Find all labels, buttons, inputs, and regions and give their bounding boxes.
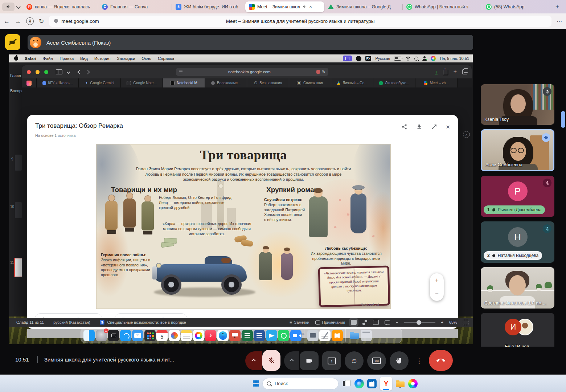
new-tab-button[interactable]: + [553, 2, 562, 12]
dock-activity[interactable] [169, 330, 180, 341]
fullscreen-icon[interactable] [463, 320, 468, 325]
safari-tab[interactable]: Линия обуче... [373, 78, 415, 87]
status-app-icon[interactable] [356, 56, 361, 61]
dock-screenshot[interactable] [307, 330, 319, 341]
zoom-in-button[interactable]: + [435, 277, 439, 284]
browser-tab-whatsapp-web[interactable]: WhatsApp | Бесплатный з [403, 1, 482, 12]
dock-photo-booth[interactable] [108, 330, 119, 341]
edge-icon[interactable] [354, 379, 364, 388]
close-icon[interactable]: × [446, 124, 450, 130]
dock-trash[interactable] [361, 330, 372, 341]
slide-thumbnail[interactable] [15, 202, 22, 218]
presentation-paused-badge[interactable] [5, 34, 20, 50]
search-input[interactable] [274, 380, 326, 387]
back-button[interactable]: ← [4, 18, 10, 25]
dock-safari[interactable] [217, 330, 229, 341]
safari-tab[interactable]: Google Note... [121, 78, 163, 87]
browser-swirl-icon[interactable] [408, 379, 418, 388]
downloads-icon[interactable]: ↓ [435, 70, 438, 74]
participant-tile-svetlana[interactable]: Светлана Филатова ШЛ им.... [481, 267, 554, 309]
zoom-window-button[interactable] [44, 70, 48, 74]
captions-button[interactable]: CC [367, 351, 386, 370]
forward-icon[interactable] [85, 70, 90, 74]
apple-icon[interactable] [14, 56, 18, 61]
menu-clock[interactable]: Пн, 5 янв. 10:51 [440, 56, 469, 61]
wifi-icon[interactable] [405, 57, 410, 61]
menu-help[interactable]: Справка [158, 56, 174, 61]
slide-number[interactable]: 11 [10, 261, 14, 265]
slide-number[interactable]: 10 [10, 205, 14, 209]
accessibility-status[interactable]: ♿Специальные возможности: все в порядке [100, 320, 186, 325]
zoom-out-button[interactable]: − [435, 290, 439, 298]
new-tab-icon[interactable]: + [454, 69, 457, 75]
participant-tile-asem[interactable]: Асем Сембыевна [481, 129, 554, 171]
control-center-icon[interactable] [431, 56, 436, 61]
reactions-button[interactable]: ☺ [345, 351, 364, 370]
safari-address-field[interactable]: notebooklm.google.com ↻ [176, 68, 328, 76]
mic-options-chevron[interactable] [245, 351, 262, 370]
screen-sharing-icon[interactable] [343, 56, 352, 61]
close-window-button[interactable] [27, 70, 31, 74]
chevron-down-icon[interactable] [16, 4, 21, 9]
dock-zoom[interactable] [290, 330, 302, 341]
dock-word[interactable] [254, 330, 265, 341]
dock-notes[interactable] [181, 330, 192, 341]
close-tab-icon[interactable]: × [309, 4, 312, 9]
pinned-tab[interactable] [22, 78, 37, 87]
url-field[interactable]: meet.google.com Meet – Зимняя школа для … [49, 16, 551, 27]
dock-textedit[interactable] [319, 330, 331, 341]
share-icon[interactable] [401, 124, 407, 130]
panel-close-icon[interactable]: × [463, 131, 470, 138]
menu-edit[interactable]: Правка [60, 56, 74, 61]
notes-button[interactable]: ≡Заметки [290, 320, 309, 324]
menu-safari[interactable]: Safari [25, 56, 36, 61]
zoom-slider[interactable] [404, 322, 435, 323]
safari-tab[interactable]: ∅Без названия [247, 78, 289, 87]
dock-launchpad[interactable] [144, 330, 156, 341]
spotlight-icon[interactable] [414, 57, 418, 61]
participant-tile-natalia[interactable]: Н 2 Наталья Выходцева [481, 221, 554, 263]
yandex-search-icon[interactable]: Я [26, 17, 34, 25]
browser-menu-icon[interactable]: ⋯ [557, 18, 562, 25]
zoom-level[interactable]: 65% [449, 320, 457, 324]
browser-tab-whatsapp[interactable]: (58) WhatsApp [482, 1, 547, 12]
file-explorer-icon[interactable] [395, 379, 405, 388]
zoom-widget[interactable]: + − [430, 273, 444, 301]
present-button[interactable]: ↑ [322, 351, 341, 370]
dock-calendar[interactable]: 5 [156, 330, 168, 341]
end-call-button[interactable] [429, 350, 453, 371]
extension-icon[interactable] [316, 70, 320, 74]
reader-view-icon[interactable] [373, 320, 379, 325]
camera-button[interactable] [300, 351, 319, 370]
dock-excel[interactable] [242, 330, 253, 341]
dock-finder[interactable] [83, 330, 95, 341]
share-icon[interactable] [443, 70, 448, 75]
safari-tab[interactable]: Личный – Go... [331, 78, 373, 87]
dock-photos[interactable] [193, 330, 204, 341]
microsoft-store-icon[interactable] [367, 379, 377, 388]
grid-view-icon[interactable] [362, 320, 367, 325]
forward-button[interactable]: → [15, 18, 21, 25]
menu-history[interactable]: История [94, 56, 111, 61]
safari-tab[interactable]: КГУ «Школа-... [37, 78, 79, 87]
reload-button[interactable]: ↻ [39, 17, 44, 25]
slide-number[interactable]: 9 [11, 157, 13, 161]
safari-tab-active[interactable]: NotebookLM [163, 78, 205, 87]
expand-icon[interactable] [431, 124, 437, 130]
start-button[interactable] [253, 380, 259, 387]
zoom-out-icon[interactable]: − [396, 320, 398, 324]
presenter-view-icon[interactable] [385, 320, 390, 324]
browser-tab-slides[interactable]: 5 ЖИ білім беруде. ИИ в об [172, 1, 245, 12]
participant-tile-rymkesh[interactable]: Р 1 Рымкеш Дюсембаева [481, 176, 554, 217]
url-text[interactable]: meet.google.com [61, 19, 99, 24]
presenter-bar[interactable]: Асем Сембыевна (Показ) [28, 35, 473, 50]
user-switch-icon[interactable] [422, 56, 427, 61]
dock-mail[interactable] [132, 330, 143, 341]
safari-tab[interactable]: ✦Google Gemini [79, 78, 121, 87]
raise-hand-button[interactable] [390, 351, 409, 370]
view-mode-icon[interactable] [351, 320, 357, 325]
zoom-in-icon[interactable]: + [441, 320, 443, 324]
download-icon[interactable] [416, 124, 422, 130]
browser-tab-canva[interactable]: C Главная — Canva [98, 1, 172, 12]
tab-overview-icon[interactable] [462, 69, 467, 74]
